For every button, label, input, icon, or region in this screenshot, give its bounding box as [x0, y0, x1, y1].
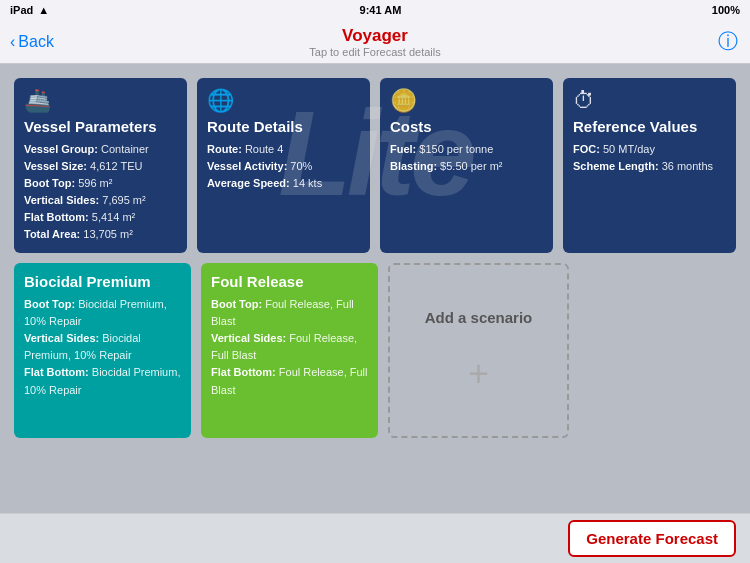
nav-subtitle: Tap to edit Forecast details	[309, 46, 440, 58]
empty-spacer	[579, 263, 736, 438]
timer-icon: ⏱	[573, 88, 726, 114]
foul-card-title: Foul Release	[211, 273, 368, 290]
costs-card[interactable]: 🪙 Costs Fuel: $150 per tonne Blasting: $…	[380, 78, 553, 253]
route-card-body: Route: Route 4 Vessel Activity: 70% Aver…	[207, 141, 360, 192]
vessel-card-title: Vessel Parameters	[24, 118, 177, 135]
bottom-cards-row: Biocidal Premium Boot Top: Biocidal Prem…	[14, 263, 736, 438]
foul-card-body: Boot Top: Foul Release, Full Blast Verti…	[211, 296, 368, 398]
vessel-icon: 🚢	[24, 88, 177, 114]
costs-card-body: Fuel: $150 per tonne Blasting: $5.50 per…	[390, 141, 543, 175]
nav-bar: ‹ Back Voyager Tap to edit Forecast deta…	[0, 20, 750, 64]
route-details-card[interactable]: 🌐 Route Details Route: Route 4 Vessel Ac…	[197, 78, 370, 253]
top-cards-row: 🚢 Vessel Parameters Vessel Group: Contai…	[14, 78, 736, 253]
add-scenario-label: Add a scenario	[425, 309, 533, 326]
main-content: Lite 🚢 Vessel Parameters Vessel Group: C…	[0, 64, 750, 563]
status-bar: iPad ▲ 9:41 AM 100%	[0, 0, 750, 20]
reference-card-title: Reference Values	[573, 118, 726, 135]
biocidal-card-title: Biocidal Premium	[24, 273, 181, 290]
generate-forecast-button[interactable]: Generate Forecast	[568, 520, 736, 557]
battery-label: 100%	[712, 4, 740, 16]
carrier-label: iPad	[10, 4, 33, 16]
info-button[interactable]: ⓘ	[718, 28, 738, 55]
back-button[interactable]: ‹ Back	[10, 33, 54, 51]
costs-icon: 🪙	[390, 88, 543, 114]
reference-card-body: FOC: 50 MT/day Scheme Length: 36 months	[573, 141, 726, 175]
chevron-left-icon: ‹	[10, 33, 15, 51]
vessel-parameters-card[interactable]: 🚢 Vessel Parameters Vessel Group: Contai…	[14, 78, 187, 253]
app-title: Voyager	[309, 26, 440, 46]
vessel-card-body: Vessel Group: Container Vessel Size: 4,6…	[24, 141, 177, 243]
reference-values-card[interactable]: ⏱ Reference Values FOC: 50 MT/day Scheme…	[563, 78, 736, 253]
back-label: Back	[18, 33, 54, 51]
add-scenario-card[interactable]: Add a scenario +	[388, 263, 569, 438]
status-left: iPad ▲	[10, 4, 49, 16]
globe-icon: 🌐	[207, 88, 360, 114]
plus-icon: +	[468, 356, 489, 392]
time-label: 9:41 AM	[360, 4, 402, 16]
biocidal-card-body: Boot Top: Biocidal Premium, 10% Repair V…	[24, 296, 181, 398]
biocidal-premium-card[interactable]: Biocidal Premium Boot Top: Biocidal Prem…	[14, 263, 191, 438]
nav-title: Voyager Tap to edit Forecast details	[309, 26, 440, 58]
foul-release-card[interactable]: Foul Release Boot Top: Foul Release, Ful…	[201, 263, 378, 438]
bottom-action-bar: Generate Forecast	[0, 513, 750, 563]
wifi-icon: ▲	[38, 4, 49, 16]
route-card-title: Route Details	[207, 118, 360, 135]
costs-card-title: Costs	[390, 118, 543, 135]
